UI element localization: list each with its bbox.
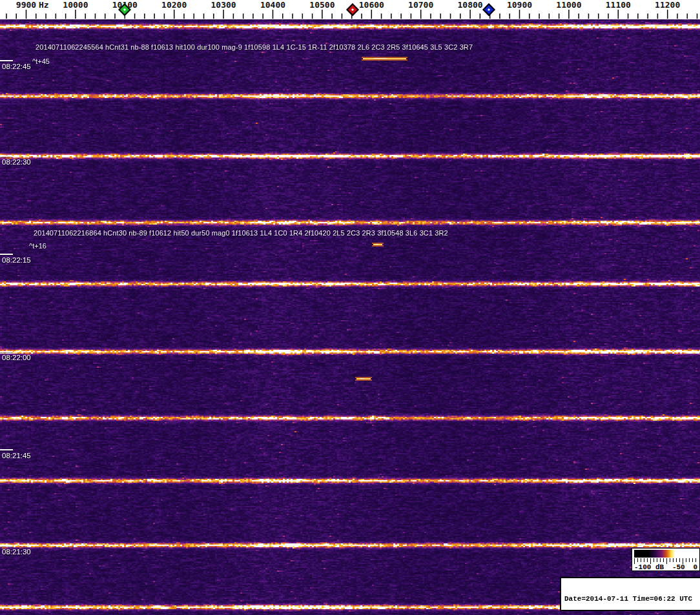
freq-axis-label: 10700 xyxy=(408,0,433,10)
time-label: 08:22:00 xyxy=(2,354,31,361)
time-label: 08:22:15 xyxy=(2,256,31,264)
db-label-min: -100 dB xyxy=(634,563,664,571)
freq-axis-label: 11100 xyxy=(606,0,631,10)
time-label: 08:22:30 xyxy=(2,158,31,166)
time-tick-mark xyxy=(0,156,13,157)
freq-axis-label: 11200 xyxy=(655,0,680,10)
freq-axis-label: 10300 xyxy=(211,0,236,10)
freq-axis-label: 10500 xyxy=(309,0,335,10)
freq-axis-label: 10900 xyxy=(507,0,532,10)
freq-axis-label: 9900 xyxy=(16,0,36,10)
detection-annotation: 20140711062216864 hCnt30 nb-89 f10612 hi… xyxy=(34,230,448,237)
time-label: 08:21:45 xyxy=(2,452,31,459)
time-offset-marker: ^t+16 xyxy=(29,243,46,250)
db-scale-labels: -100 dB -50 0 xyxy=(632,563,699,571)
detection-annotation: 20140711062245564 hCnt31 nb-88 f10613 hi… xyxy=(36,44,473,51)
frequency-axis-header: Hz 9900100001010010200103001040010500106… xyxy=(0,0,700,19)
db-label-mid: -50 xyxy=(672,563,685,571)
time-tick-mark xyxy=(0,545,13,547)
time-label: 08:22:45 xyxy=(2,63,31,70)
time-tick-mark xyxy=(0,254,13,255)
freq-axis-label: 10400 xyxy=(260,0,285,10)
spectrogram-app-window: Hz 9900100001010010200103001040010500106… xyxy=(0,0,700,615)
freq-axis-label: 10600 xyxy=(359,0,384,10)
freq-axis-label: 10200 xyxy=(161,0,187,10)
db-color-scale: -100 dB -50 0 xyxy=(632,548,700,571)
info-line-date: Date=2014-07-11 Time=06:22 UTC xyxy=(564,595,700,603)
db-gradient-bar xyxy=(634,550,698,558)
time-tick-mark xyxy=(0,60,13,61)
freq-axis-label: 11000 xyxy=(556,0,581,10)
time-tick-mark xyxy=(0,351,13,352)
freq-axis-label: 10000 xyxy=(63,0,88,10)
time-tick-mark xyxy=(0,449,13,450)
time-label: 08:21:30 xyxy=(2,548,31,556)
freq-axis-label: 10800 xyxy=(458,0,483,10)
info-panel: Date=2014-07-11 Time=06:22 UTC Freq=143 … xyxy=(560,577,700,611)
time-offset-marker: ^t+45 xyxy=(32,58,50,65)
waterfall-spectrogram[interactable] xyxy=(0,19,700,615)
db-label-max: 0 xyxy=(693,563,697,571)
frequency-unit-label: Hz xyxy=(39,0,49,10)
